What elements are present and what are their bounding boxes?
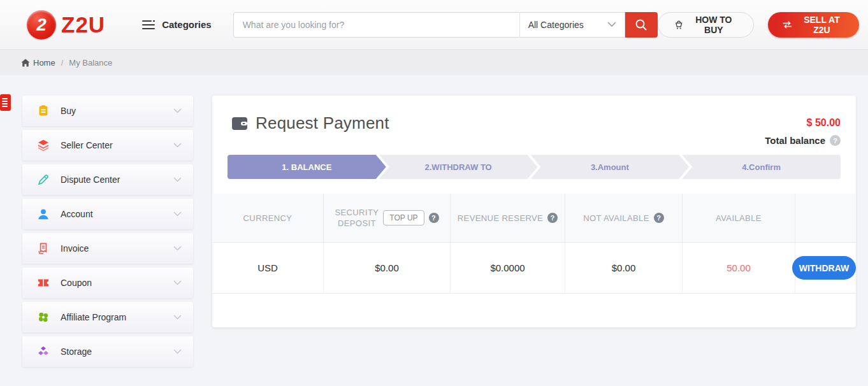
sidebar-item-seller-center[interactable]: Seller Center (22, 130, 193, 161)
table-header-row: CURRENCY SECURITY DEPOSIT TOP UP ? REVEN… (212, 194, 856, 243)
chevron-down-icon (173, 246, 182, 251)
col-revenue-reserve: REVENUE RESERVE ? (451, 194, 565, 242)
security-line2: DEPOSIT (338, 218, 376, 228)
pencil-icon (36, 173, 50, 187)
hamburger-icon (142, 20, 155, 29)
breadcrumb-home-label: Home (33, 58, 55, 68)
step-confirm[interactable]: 4.Confirm (682, 155, 841, 179)
request-payment-panel: Request Payment $ 50.00 Total balance ? … (212, 96, 856, 327)
top-nav: 2 Z2U Categories All Categories (0, 0, 868, 50)
chevron-down-icon (173, 108, 182, 113)
chevron-down-icon (173, 143, 182, 148)
sidebar-item-label: Account (61, 209, 93, 219)
clipboard-icon (36, 104, 50, 118)
side-list-tab-icon[interactable] (0, 94, 11, 111)
home-icon (21, 59, 30, 67)
z2u-logo-mark-icon: 2 (27, 10, 56, 39)
col-actions (795, 194, 856, 242)
cell-available: 50.00 (683, 243, 795, 293)
col-currency-label: CURRENCY (243, 213, 293, 223)
breadcrumb-home-link[interactable]: Home (21, 58, 55, 68)
sell-at-z2u-button[interactable]: SELL AT Z2U (768, 12, 859, 38)
sidebar-item-coupon[interactable]: Coupon (22, 268, 193, 298)
category-dropdown-value: All Categories (528, 20, 584, 30)
cubes-icon (36, 345, 50, 359)
sidebar-item-label: Coupon (61, 278, 92, 288)
categories-menu-button[interactable]: Categories (142, 19, 212, 30)
search-icon (634, 18, 648, 32)
help-icon[interactable]: ? (547, 213, 558, 223)
step-amount[interactable]: 3.Amount (531, 155, 690, 179)
sidebar-item-label: Seller Center (61, 140, 113, 150)
sidebar-item-affiliate-program[interactable]: Affiliate Program (22, 302, 193, 332)
sidebar-item-dispute-center[interactable]: Dispute Center (22, 164, 193, 195)
categories-label: Categories (162, 19, 212, 30)
sidebar-item-account[interactable]: Account (22, 199, 193, 229)
z2u-logo[interactable]: 2 Z2U (27, 10, 105, 39)
sidebar-item-label: Buy (61, 106, 76, 116)
breadcrumb-separator: / (61, 58, 64, 68)
chevron-down-icon (173, 177, 182, 182)
sidebar-item-label: Storage (61, 347, 92, 357)
sidebar-item-label: Dispute Center (61, 175, 120, 185)
cell-revenue-reserve: $0.0000 (451, 243, 565, 293)
withdraw-steps: 1. BALANCE 2.WITHDRAW TO 3.Amount 4.Conf… (228, 155, 841, 179)
step-balance[interactable]: 1. BALANCE (228, 155, 386, 179)
total-balance-amount: $ 50.00 (765, 117, 841, 129)
how-to-buy-button[interactable]: HOW TO BUY (658, 12, 754, 38)
withdraw-button[interactable]: WITHDRAW (792, 256, 856, 280)
col-security-deposit: SECURITY DEPOSIT TOP UP ? (324, 194, 451, 242)
cell-not-available: $0.00 (565, 243, 683, 293)
chevron-down-icon (173, 280, 182, 285)
search-button[interactable] (625, 12, 658, 38)
cell-currency: USD (212, 243, 324, 293)
sidebar: Buy Seller Center Dispute Center Account… (22, 96, 193, 371)
header-actions: HOW TO BUY SELL AT Z2U (658, 12, 859, 38)
help-icon[interactable]: ? (654, 213, 664, 223)
sidebar-item-buy[interactable]: Buy (22, 96, 193, 126)
ticket-icon (36, 276, 50, 290)
chevron-down-icon (173, 315, 182, 320)
shopping-cart-icon (674, 19, 684, 31)
chevron-down-icon (607, 22, 616, 27)
col-available: AVAILABLE (683, 194, 795, 242)
how-to-buy-label: HOW TO BUY (690, 15, 738, 35)
transfer-arrows-icon (782, 20, 793, 30)
breadcrumb-current: My Balance (69, 58, 112, 68)
help-icon[interactable]: ? (830, 135, 841, 146)
col-revenue-reserve-label: REVENUE RESERVE (458, 213, 543, 223)
sidebar-item-label: Affiliate Program (61, 312, 126, 322)
z2u-logo-text: Z2U (61, 12, 105, 38)
breadcrumb: Home / My Balance (0, 50, 868, 75)
col-not-available: NOT AVAILABLE ? (565, 194, 683, 242)
person-icon (36, 207, 50, 221)
sidebar-item-label: Invoice (61, 243, 89, 254)
page-title: Request Payment (256, 113, 389, 133)
total-balance-label: Total balance (765, 135, 825, 146)
sell-at-z2u-label: SELL AT Z2U (799, 15, 845, 35)
col-currency: CURRENCY (212, 194, 324, 242)
balance-table: CURRENCY SECURITY DEPOSIT TOP UP ? REVEN… (212, 194, 856, 294)
col-not-available-label: NOT AVAILABLE (583, 213, 649, 223)
table-row: USD $0.00 $0.0000 $0.00 50.00 WITHDRAW (212, 243, 856, 294)
search-bar: All Categories (233, 12, 658, 38)
layers-icon (36, 138, 50, 152)
top-up-button[interactable]: TOP UP (383, 210, 424, 225)
sidebar-item-storage[interactable]: Storage (22, 336, 193, 367)
col-available-label: AVAILABLE (716, 213, 762, 223)
help-icon[interactable]: ? (429, 213, 439, 223)
search-input[interactable] (233, 12, 520, 38)
chevron-down-icon (173, 211, 182, 217)
security-line1: SECURITY (335, 208, 379, 217)
cell-action: WITHDRAW (795, 243, 856, 293)
sidebar-item-invoice[interactable]: Invoice (22, 233, 193, 264)
step-withdraw-to[interactable]: 2.WITHDRAW TO (379, 155, 538, 179)
receipt-icon (36, 241, 50, 255)
category-dropdown[interactable]: All Categories (520, 12, 625, 38)
col-security-deposit-label: SECURITY DEPOSIT (335, 207, 379, 229)
cell-security-deposit: $0.00 (324, 243, 451, 293)
chevron-down-icon (173, 349, 182, 354)
panel-header: Request Payment $ 50.00 Total balance ? (212, 96, 856, 146)
clover-icon (36, 310, 50, 324)
wallet-icon (231, 116, 248, 131)
